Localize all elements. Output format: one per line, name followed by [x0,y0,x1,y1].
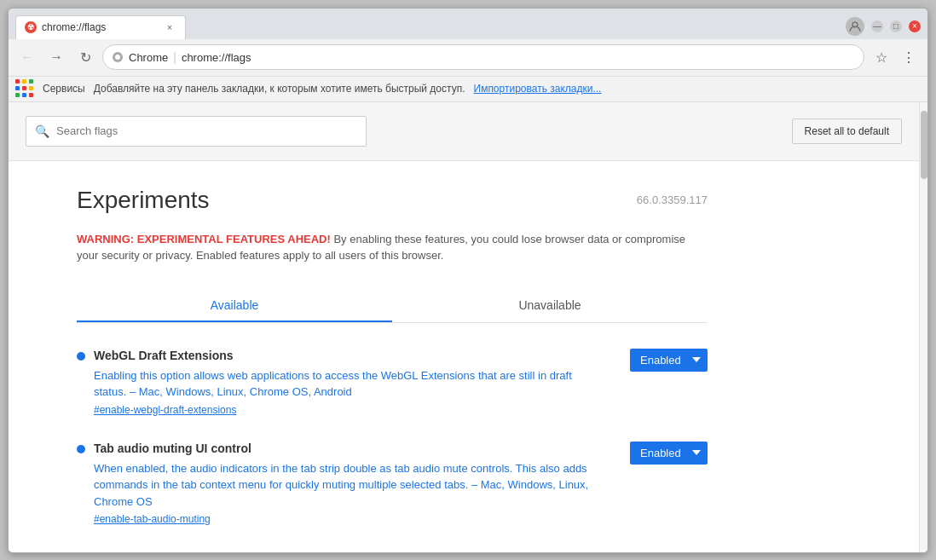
feature-webgl: WebGL Draft Extensions Enabling this opt… [77,349,708,416]
feature-status-muting[interactable]: Enabled Default Disabled [630,442,708,465]
bookmarks-bar: Сервисы Добавляйте на эту панель закладк… [9,77,927,102]
address-separator: | [173,50,176,64]
experiments-section: Experiments 66.0.3359.117 WARNING: EXPER… [9,161,776,552]
toolbar-right: ☆ ⋮ [870,45,921,69]
maximize-button[interactable]: □ [890,20,902,32]
feature-dot-muting [77,445,85,453]
feature-tabs: Available Unavailable [77,290,708,323]
tab-unavailable[interactable]: Unavailable [392,290,708,322]
window-controls: — □ × [846,17,921,39]
tab-available[interactable]: Available [77,290,392,322]
active-tab[interactable]: ☢ chrome://flags × [15,15,186,39]
warning-bold: WARNING: EXPERIMENTAL FEATURES AHEAD! [77,233,331,245]
minimize-button[interactable]: — [871,20,883,32]
browser-window: ☢ chrome://flags × — □ × ← → ↻ [8,8,928,553]
feature-select-container-muting: Enabled Default Disabled [630,442,708,465]
back-button[interactable]: ← [15,45,39,69]
bookmark-star-button[interactable]: ☆ [870,45,893,69]
search-icon: 🔍 [35,124,49,138]
feature-title-webgl: WebGL Draft Extensions [94,349,604,362]
version-number: 66.0.3359.117 [637,193,708,206]
profile-icon[interactable] [846,17,864,36]
feature-desc-webgl: Enabling this option allows web applicat… [94,367,604,401]
navigation-toolbar: ← → ↻ Chrome | chrome://flags ☆ ⋮ [9,39,927,77]
feature-title-muting: Tab audio muting UI control [94,442,604,455]
experiments-header: Experiments 66.0.3359.117 [77,187,708,214]
reload-button[interactable]: ↻ [73,45,97,69]
search-flags-input[interactable] [56,124,357,137]
feature-body-muting: Tab audio muting UI control When enabled… [94,442,604,526]
feature-desc-muting: When enabled, the audio indicators in th… [94,460,604,511]
page-content: 🔍 Reset all to default Experiments 66.0.… [9,102,927,552]
site-favicon [112,51,124,63]
svg-point-2 [115,55,120,60]
bookmarks-hint: Добавляйте на эту панель закладки, к кот… [94,83,465,95]
address-bar[interactable]: Chrome | chrome://flags [102,44,864,70]
feature-tab-muting: Tab audio muting UI control When enabled… [77,442,708,526]
warning-text: WARNING: EXPERIMENTAL FEATURES AHEAD! By… [77,231,708,264]
feature-status-webgl[interactable]: Enabled Default Disabled [630,349,708,372]
search-bar-area: 🔍 Reset all to default [9,102,919,161]
feature-link-webgl[interactable]: #enable-webgl-draft-extensions [94,404,604,416]
search-box: 🔍 [26,116,367,147]
chrome-menu-button[interactable]: ⋮ [897,45,921,69]
experiments-title: Experiments [77,187,210,214]
feature-link-muting[interactable]: #enable-tab-audio-muting [94,513,604,525]
chrome-label: Chrome [129,51,168,64]
close-button[interactable]: × [909,20,921,32]
reset-all-button[interactable]: Reset all to default [792,118,902,144]
feature-select-container-webgl: Enabled Default Disabled [630,349,708,372]
feature-dot-webgl [77,352,85,361]
apps-grid-icon[interactable] [15,79,34,98]
forward-button[interactable]: → [44,45,68,69]
title-bar: ☢ chrome://flags × — □ × [9,9,927,39]
page-scrollbar[interactable] [919,102,927,552]
tab-favicon: ☢ [25,21,37,33]
feature-body-webgl: WebGL Draft Extensions Enabling this opt… [94,349,604,416]
tab-title: chrome://flags [42,21,106,33]
import-bookmarks-link[interactable]: Импортировать закладки... [474,83,602,95]
address-url: chrome://flags [182,51,251,64]
tab-close-btn[interactable]: × [163,20,176,34]
bookmarks-label: Сервисы [43,83,85,95]
main-scroll-area[interactable]: 🔍 Reset all to default Experiments 66.0.… [9,102,919,552]
scrollbar-thumb[interactable] [921,111,927,179]
